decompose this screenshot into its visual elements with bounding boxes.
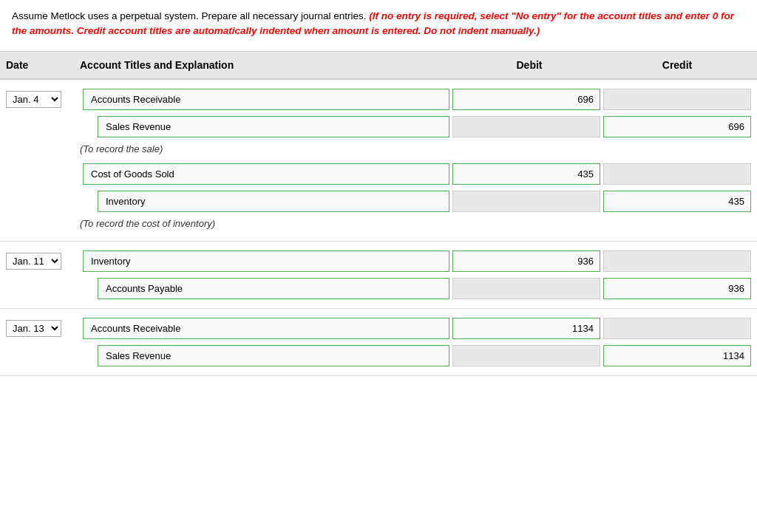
debit-input-cogs[interactable]	[452, 163, 600, 185]
account-input-inv1[interactable]	[98, 191, 449, 212]
date-select-jan11[interactable]: Jan. 4 Jan. 11 Jan. 13	[6, 253, 61, 270]
credit-cell	[603, 191, 751, 212]
account-cell	[83, 278, 449, 299]
account-cell	[83, 163, 449, 185]
account-input-sr2[interactable]	[98, 345, 449, 366]
debit-input-ar2[interactable]	[452, 318, 600, 339]
credit-input-cogs[interactable]	[603, 163, 751, 185]
debit-input-inv2[interactable]	[452, 250, 600, 272]
debit-input-inv1[interactable]	[452, 191, 600, 212]
header-account: Account Titles and Explanation	[80, 59, 455, 71]
debit-cell	[452, 191, 600, 212]
account-input-ar2[interactable]	[83, 318, 449, 339]
note-row-inventory: (To record the cost of inventory)	[0, 215, 757, 235]
debit-cell	[452, 278, 600, 299]
credit-cell	[603, 345, 751, 366]
date-cell-jan4: Jan. 4 Jan. 11 Jan. 13	[6, 91, 80, 108]
table-row	[0, 275, 757, 302]
debit-cell	[452, 250, 600, 272]
note-sale: (To record the sale)	[80, 143, 455, 154]
table-row	[0, 342, 757, 369]
credit-input-ar2[interactable]	[603, 318, 751, 339]
entry-group-jan4: Jan. 4 Jan. 11 Jan. 13	[0, 80, 757, 242]
debit-input-sr1[interactable]	[452, 116, 600, 137]
credit-input-inv1[interactable]	[603, 191, 751, 212]
date-cell-jan11: Jan. 4 Jan. 11 Jan. 13	[6, 253, 80, 270]
header-credit: Credit	[603, 59, 751, 71]
note-row-sale: (To record the sale)	[0, 140, 757, 160]
debit-cell	[452, 345, 600, 366]
debit-cell	[452, 318, 600, 339]
credit-cell	[603, 89, 751, 110]
credit-cell	[603, 163, 751, 185]
table-row: Jan. 4 Jan. 11 Jan. 13	[0, 315, 757, 342]
account-cell	[83, 116, 449, 137]
account-input-ap[interactable]	[98, 278, 449, 299]
header-date: Date	[6, 59, 80, 71]
credit-cell	[603, 116, 751, 137]
table-header: Date Account Titles and Explanation Debi…	[0, 52, 757, 80]
entry-group-jan13: Jan. 4 Jan. 11 Jan. 13	[0, 309, 757, 376]
table-row	[0, 188, 757, 215]
credit-input-sr2[interactable]	[603, 345, 751, 366]
header-debit: Debit	[455, 59, 603, 71]
account-input-sr1[interactable]	[98, 116, 449, 137]
credit-input-ar1[interactable]	[603, 89, 751, 110]
table-row: Jan. 4 Jan. 11 Jan. 13	[0, 248, 757, 275]
entry-group-jan11: Jan. 4 Jan. 11 Jan. 13	[0, 242, 757, 309]
account-cell	[83, 318, 449, 339]
date-cell-jan13: Jan. 4 Jan. 11 Jan. 13	[6, 320, 80, 337]
date-select-jan4[interactable]: Jan. 4 Jan. 11 Jan. 13	[6, 91, 61, 108]
credit-input-ap[interactable]	[603, 278, 751, 299]
table-row	[0, 160, 757, 188]
account-cell	[83, 89, 449, 110]
journal-table: Date Account Titles and Explanation Debi…	[0, 52, 757, 376]
credit-cell	[603, 278, 751, 299]
table-row: Jan. 4 Jan. 11 Jan. 13	[0, 86, 757, 113]
account-cell	[83, 191, 449, 212]
instructions: Assume Metlock uses a perpetual system. …	[0, 0, 757, 52]
debit-cell	[452, 89, 600, 110]
date-select-jan13[interactable]: Jan. 4 Jan. 11 Jan. 13	[6, 320, 61, 337]
credit-input-sr1[interactable]	[603, 116, 751, 137]
account-input-cogs[interactable]	[83, 163, 449, 185]
account-input-inv2[interactable]	[83, 250, 449, 272]
credit-input-inv2[interactable]	[603, 250, 751, 272]
debit-input-ap[interactable]	[452, 278, 600, 299]
credit-cell	[603, 250, 751, 272]
debit-input-ar1[interactable]	[452, 89, 600, 110]
account-cell	[83, 345, 449, 366]
credit-cell	[603, 318, 751, 339]
table-row	[0, 113, 757, 140]
debit-input-sr2[interactable]	[452, 345, 600, 366]
account-cell	[83, 250, 449, 272]
debit-cell	[452, 116, 600, 137]
debit-cell	[452, 163, 600, 185]
account-input-ar1[interactable]	[83, 89, 449, 110]
instruction-normal: Assume Metlock uses a perpetual system. …	[12, 10, 366, 21]
note-inventory: (To record the cost of inventory)	[80, 218, 455, 229]
